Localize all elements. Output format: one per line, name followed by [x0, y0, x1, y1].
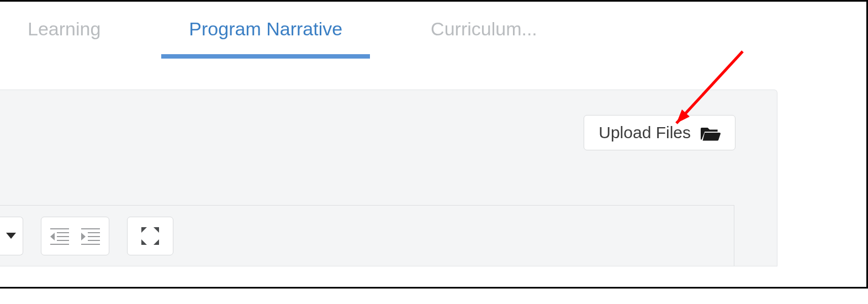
outdent-icon [49, 227, 70, 245]
caret-down-icon [6, 233, 16, 239]
upload-files-label: Upload Files [599, 123, 691, 142]
svg-marker-15 [154, 239, 159, 245]
svg-marker-12 [141, 227, 147, 233]
indent-icon [80, 227, 101, 245]
content-panel: Upload Files [0, 90, 777, 266]
tab-bar: Learning Program Narrative Curriculum... [0, 2, 866, 56]
tab-program-narrative[interactable]: Program Narrative [156, 13, 375, 56]
folder-open-icon [701, 124, 721, 141]
svg-marker-11 [81, 233, 86, 240]
fullscreen-button[interactable] [127, 217, 173, 255]
tab-curriculum[interactable]: Curriculum... [375, 13, 570, 56]
dropdown-toggle-button[interactable] [0, 217, 23, 255]
svg-marker-13 [154, 227, 159, 233]
editor-toolbar [0, 205, 734, 266]
svg-marker-5 [50, 233, 55, 240]
tab-learning[interactable]: Learning [22, 13, 156, 56]
fullscreen-icon [139, 225, 161, 247]
upload-files-button[interactable]: Upload Files [584, 115, 735, 150]
svg-marker-14 [141, 239, 147, 245]
app-frame: Learning Program Narrative Curriculum...… [0, 0, 868, 289]
indent-buttons-group[interactable] [41, 217, 109, 255]
